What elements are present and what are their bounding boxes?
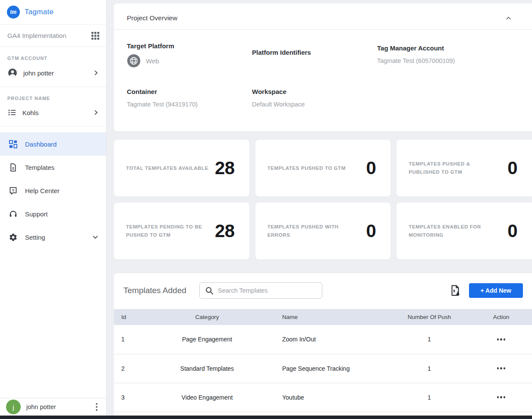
stat-card-pushed-published: TEMPLATES PUSHED & PUBLISHED TO GTM 0 — [397, 140, 532, 197]
avatar: j — [6, 400, 21, 414]
project-name-section: PROJECT NAME Kohls — [0, 87, 106, 126]
document-icon — [9, 163, 18, 172]
project-switcher[interactable]: GA4 Implementation — [0, 25, 106, 47]
stat-value: 28 — [215, 158, 235, 178]
app-title: Tagmate — [25, 8, 54, 16]
cell-pushes: 1 — [388, 354, 470, 383]
sidebar-item-dashboard[interactable]: Dashboard — [0, 132, 106, 156]
stat-label: TEMPLATES PUSHED WITH ERRORS — [268, 223, 355, 239]
sidebar: tm Tagmate GA4 Implementation GTM ACCOUN… — [0, 0, 107, 419]
column-header-category: Category — [142, 309, 272, 325]
column-header-push: Number Of Push — [388, 309, 470, 325]
column-header-id: Id — [114, 309, 142, 325]
globe-icon — [127, 54, 141, 68]
field-workspace: Workspace Default Workspace — [252, 88, 377, 108]
stat-card-pushed-to-gtm: TEMPLATES PUSHED TO GTM 0 — [255, 140, 391, 197]
cell-id: 3 — [114, 383, 142, 412]
stat-value: 0 — [366, 158, 376, 178]
sidebar-item-label: Help Center — [25, 187, 60, 194]
field-value: Web — [146, 57, 159, 65]
add-new-button[interactable]: + Add New — [469, 283, 523, 298]
user-name: john potter — [26, 403, 86, 410]
templates-toolbar: Templates Added x — [114, 282, 532, 299]
account-circle-icon — [7, 68, 18, 78]
templates-table: Id Category Name Number Of Push Action 1… — [114, 309, 532, 412]
project-overview-header: Project Overview — [114, 3, 532, 30]
gear-icon — [9, 233, 18, 242]
field-value: Default Workspace — [252, 101, 377, 108]
field-target-platform: Target Platform — [127, 42, 252, 68]
main-content: Project Overview Target Platform — [107, 0, 532, 419]
cell-category: Page Engagement — [142, 325, 272, 354]
stat-card-pending-push: TEMPLATES PENDING TO BE PUSHED TO GTM 28 — [114, 203, 249, 260]
field-label: Container — [127, 88, 252, 95]
user-menu-kebab-icon[interactable] — [91, 400, 102, 413]
field-container: Container Tagmate Test (94319170) — [127, 88, 252, 108]
sidebar-item-help-center[interactable]: ? Help Center — [0, 179, 106, 202]
project-overview-card: Project Overview Target Platform — [114, 3, 532, 131]
stat-card-monitoring: TEMPLATES ENABLED FOR MONITORING 0 — [397, 203, 532, 260]
field-value: Tagmate Test (94319170) — [127, 101, 252, 108]
project-overview-fields: Target Platform — [114, 30, 532, 108]
app-window: tm Tagmate GA4 Implementation GTM ACCOUN… — [0, 0, 532, 419]
project-selector[interactable]: Kohls — [7, 108, 100, 117]
project-value: Kohls — [22, 109, 86, 116]
dashboard-icon — [9, 140, 18, 149]
gtm-account-section: GTM ACCOUNT john potter — [0, 47, 106, 87]
apps-grid-icon[interactable] — [91, 31, 100, 40]
stat-card-total-available: TOTAL TEMPLATES AVAILABLE 28 — [114, 140, 249, 197]
cell-name: Zoom In/Out — [272, 325, 388, 354]
sidebar-item-support[interactable]: Support — [0, 202, 106, 225]
field-label: Tag Manager Account — [377, 44, 519, 52]
chevron-right-icon — [92, 69, 100, 77]
field-label: Target Platform — [127, 42, 252, 50]
project-switcher-label: GA4 Implementation — [7, 32, 91, 39]
cell-pushes: 1 — [388, 383, 470, 412]
column-header-action: Action — [470, 309, 532, 325]
sidebar-item-setting[interactable]: Setting — [0, 225, 106, 249]
cell-name: Youtube — [272, 383, 388, 412]
sidebar-menu: Dashboard Templates ? Hel — [0, 126, 106, 249]
sidebar-item-label: Templates — [25, 164, 54, 171]
table-row: 2 Standard Templates Page Sequence Track… — [114, 354, 532, 383]
table-row: 3 Video Engagement Youtube 1 — [114, 383, 532, 412]
svg-text:?: ? — [12, 188, 15, 192]
search-input[interactable] — [199, 282, 322, 299]
project-name-label: PROJECT NAME — [7, 96, 100, 101]
stat-card-pushed-errors: TEMPLATES PUSHED WITH ERRORS 0 — [255, 203, 391, 260]
more-options-icon[interactable] — [494, 335, 508, 344]
stat-value: 0 — [507, 221, 517, 241]
svg-text:x: x — [453, 288, 455, 293]
column-header-name: Name — [272, 309, 388, 325]
sidebar-item-label: Setting — [25, 234, 45, 241]
gtm-account-selector[interactable]: john potter — [7, 68, 100, 78]
stat-label: TEMPLATES PUSHED TO GTM — [268, 164, 346, 172]
field-tag-manager-account: Tag Manager Account Tagmate Test (605700… — [377, 42, 519, 68]
cell-id: 1 — [114, 325, 142, 354]
field-label: Workspace — [252, 88, 377, 95]
export-excel-icon[interactable]: x — [450, 285, 461, 297]
stat-label: TEMPLATES PENDING TO BE PUSHED TO GTM — [126, 223, 213, 239]
stat-label: TOTAL TEMPLATES AVAILABLE — [126, 164, 208, 172]
search-templates — [199, 282, 322, 299]
chevron-down-icon — [91, 233, 99, 241]
sidebar-item-label: Support — [25, 210, 48, 218]
more-options-icon[interactable] — [494, 364, 508, 373]
field-value: Tagmate Test (6057000109) — [377, 57, 519, 64]
more-options-icon[interactable] — [494, 393, 508, 402]
stat-value: 0 — [507, 158, 517, 178]
sidebar-item-templates[interactable]: Templates — [0, 156, 106, 179]
sidebar-item-label: Dashboard — [25, 141, 57, 148]
headset-icon — [9, 210, 18, 219]
list-icon — [7, 108, 17, 117]
cell-category: Video Engagement — [142, 383, 272, 412]
help-bubble-icon: ? — [9, 186, 18, 195]
collapse-chevron-up-icon[interactable] — [503, 13, 514, 24]
cell-category: Standard Templates — [142, 354, 272, 383]
templates-added-card: Templates Added x — [114, 273, 532, 419]
chevron-right-icon — [92, 109, 100, 116]
bottom-edge-bar — [0, 416, 532, 419]
stat-label: TEMPLATES PUSHED & PUBLISHED TO GTM — [409, 160, 496, 176]
stat-label: TEMPLATES ENABLED FOR MONITORING — [409, 223, 496, 239]
tagmate-logo-icon: tm — [7, 6, 20, 19]
